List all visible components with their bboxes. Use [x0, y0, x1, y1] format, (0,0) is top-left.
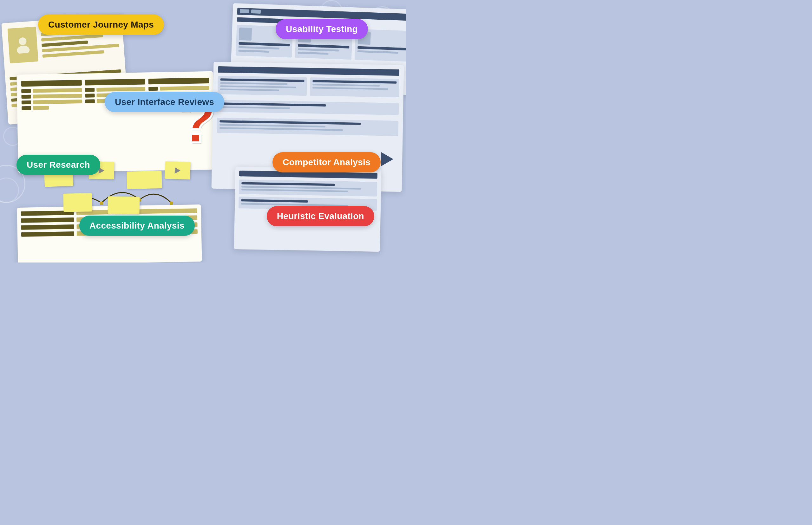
svg-rect-3	[100, 201, 103, 205]
wf2-section-1	[239, 179, 378, 197]
badge-competitor-analysis[interactable]: Competitor Analysis	[272, 152, 381, 172]
badge-customer-journey[interactable]: Customer Journey Maps	[38, 15, 164, 35]
wf-section-1	[218, 76, 307, 96]
avatar-box	[8, 27, 39, 63]
sticky-video-2	[165, 161, 191, 180]
badge-user-research[interactable]: User Research	[16, 155, 100, 175]
svg-rect-5	[170, 201, 173, 205]
kanban-col-1	[21, 80, 82, 112]
badge-usability-testing[interactable]: Usability Testing	[276, 19, 368, 39]
badge-heuristic-evaluation[interactable]: Heuristic Evaluation	[267, 206, 374, 226]
badge-accessibility-analysis[interactable]: Accessibility Analysis	[79, 215, 195, 236]
sticky-note-2	[127, 171, 162, 189]
play-icon-2	[175, 167, 181, 174]
badge-ui-reviews[interactable]: User Interface Reviews	[105, 92, 224, 112]
wf-section-3	[217, 100, 399, 115]
wf-section-4	[217, 118, 399, 136]
sticky-note-3	[63, 193, 92, 212]
wf-nav-bar	[218, 66, 399, 76]
avatar-icon	[15, 36, 31, 54]
play-arrow-right	[381, 152, 393, 166]
svg-point-1	[16, 45, 30, 54]
svg-point-0	[19, 37, 27, 45]
wf-section-2	[310, 77, 399, 97]
wf-sections	[217, 76, 399, 138]
sticky-note-4	[108, 196, 140, 214]
